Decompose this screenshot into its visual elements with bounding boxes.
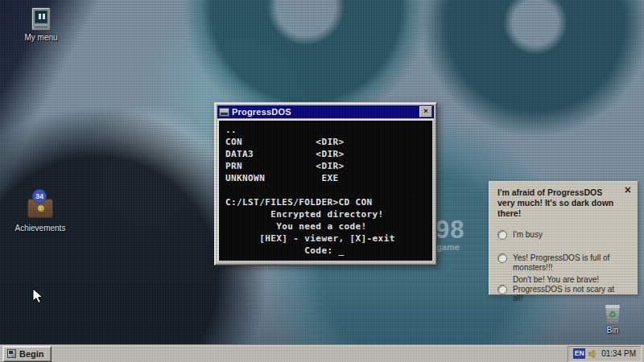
option-label[interactable]: I'm busy: [513, 230, 625, 240]
desktop-icon-my-menu[interactable]: My menu: [18, 7, 64, 42]
taskbar-clock[interactable]: 01:34 PM: [601, 349, 636, 358]
terminal-output: .. CON <DIR> DATA3 <DIR> PRN <DIR> UNKNO…: [225, 124, 426, 257]
system-tray: EN 01:34 PM: [568, 346, 642, 362]
dos-terminal[interactable]: .. CON <DIR> DATA3 <DIR> PRN <DIR> UNKNO…: [217, 119, 434, 262]
dialog-option-monsters[interactable]: Yes! ProgressDOS is full of monsters!!!: [497, 253, 630, 272]
radio-button[interactable]: [497, 230, 507, 240]
desktop-icon-bin[interactable]: ♻ Bin: [591, 305, 634, 335]
recycle-icon: ♻: [605, 309, 621, 320]
medal-icon: [37, 204, 45, 212]
option-label[interactable]: Yes! ProgressDOS is full of monsters!!!: [513, 253, 625, 272]
begin-logo-icon: [7, 349, 16, 358]
speaker-icon[interactable]: [588, 349, 598, 359]
achievements-count-badge: 34: [32, 189, 47, 204]
option-label[interactable]: Don't be! You are brave! ProgressDOS is …: [513, 275, 625, 303]
desktop: r98 UI game My menu 34 Achievements ♻ Bi…: [0, 0, 644, 362]
language-indicator[interactable]: EN: [573, 348, 585, 359]
dialog-question: I'm afraid of ProgressDOS very much! It'…: [497, 187, 620, 219]
mouse-cursor: [32, 288, 43, 308]
begin-button[interactable]: Begin: [2, 346, 52, 362]
window-titlebar[interactable]: ProgressDOS ×: [217, 105, 434, 118]
progressdos-window: ProgressDOS × .. CON <DIR> DATA3 <DIR> P…: [214, 102, 437, 265]
window-title: ProgressDOS: [232, 107, 417, 117]
companion-dialog: × I'm afraid of ProgressDOS very much! I…: [489, 181, 638, 295]
icon-label: Achievements: [10, 224, 71, 232]
taskbar: Begin EN 01:34 PM: [0, 344, 644, 362]
radio-button[interactable]: [497, 253, 507, 263]
begin-label: Begin: [19, 349, 44, 359]
dialog-option-brave[interactable]: Don't be! You are brave! ProgressDOS is …: [497, 275, 630, 303]
computer-screen: [35, 10, 47, 23]
close-button[interactable]: ×: [419, 106, 432, 117]
close-icon[interactable]: ×: [625, 185, 631, 195]
radio-button[interactable]: [497, 285, 507, 294]
icon-label: Bin: [591, 326, 634, 335]
dialog-option-busy[interactable]: I'm busy: [497, 230, 630, 240]
icon-label: My menu: [18, 33, 64, 42]
recycle-bin-icon: ♻: [605, 305, 621, 323]
desktop-icon-achievements[interactable]: 34 Achievements: [10, 191, 71, 232]
my-menu-computer-icon: [31, 7, 51, 31]
ms-dos-icon: [219, 108, 229, 117]
